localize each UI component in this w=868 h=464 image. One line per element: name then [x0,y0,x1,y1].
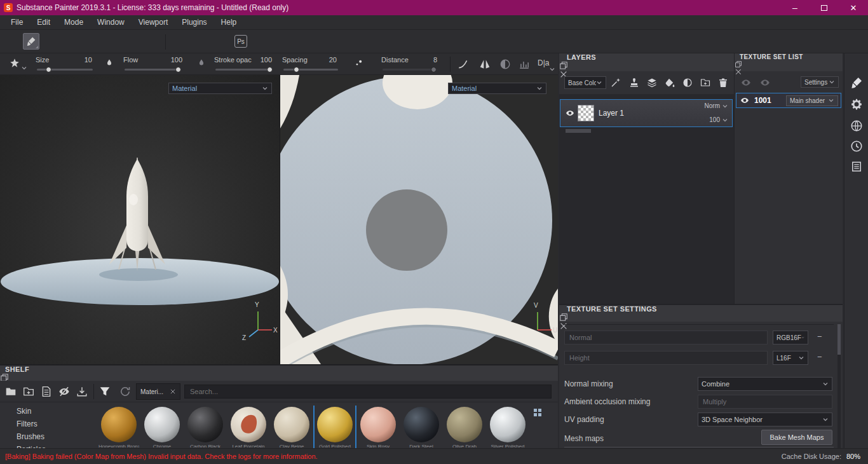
stencil-caret-icon[interactable] [21,65,27,71]
dock-brush-properties-icon[interactable] [850,76,863,89]
dock-display-settings-icon[interactable] [850,119,863,132]
layer-row[interactable]: Layer 1 Norm 100 [560,99,733,127]
settings-scrollbar-thumb[interactable] [837,324,841,355]
spacing-value[interactable]: 20 [308,56,337,64]
blend-mode-dropdown[interactable]: Norm [705,102,728,109]
settings-scrollbar-track[interactable] [837,324,841,448]
spacing-slider[interactable] [283,69,338,71]
add-mask-icon[interactable] [629,78,639,88]
stroke-opacity-slider-knob[interactable] [267,67,273,72]
size-slider-knob[interactable] [46,67,51,72]
dla-caret-icon[interactable] [549,66,555,72]
add-effect-icon[interactable] [611,78,621,88]
material-thumb[interactable]: Chrome [142,406,182,450]
layer-thumbnail[interactable] [578,105,594,121]
import-resources-icon[interactable] [76,386,88,397]
grid-view-icon[interactable] [532,407,543,418]
menu-window[interactable]: Window [90,15,132,30]
menu-file[interactable]: File [4,15,30,30]
menu-viewport[interactable]: Viewport [132,15,175,30]
minimize-button[interactable]: – [780,0,810,15]
add-layer-icon[interactable] [682,78,693,88]
material-thumb[interactable]: Gold Polished [315,406,355,450]
menu-plugins[interactable]: Plugins [175,15,214,30]
close-panel-icon[interactable] [735,68,742,76]
flow-value[interactable]: 100 [154,56,182,64]
photoshop-export-button[interactable]: Ps [234,35,247,48]
bake-mesh-maps-button[interactable]: Bake Mesh Maps [761,430,832,445]
shader-button[interactable]: Main shader [786,95,838,106]
add-group-icon[interactable] [700,78,710,88]
texture-set-visibility-icon[interactable] [740,96,749,105]
search-input[interactable] [184,385,552,399]
menu-mode[interactable]: Mode [57,15,90,30]
channel-normal-remove-button[interactable]: − [817,332,822,341]
radial-symmetry-button[interactable] [499,58,511,70]
menu-edit[interactable]: Edit [30,15,57,30]
refresh-icon[interactable] [119,386,131,397]
shelf-category-brushes[interactable]: Brushes [0,430,95,443]
layer-name[interactable]: Layer 1 [599,109,624,118]
visibility-all-icon[interactable] [741,78,751,88]
texture-set-row[interactable]: 1001 Main shader [736,93,841,108]
layer-opacity-dropdown[interactable]: 100 [709,116,728,123]
material-thumb[interactable]: Dark Steel [401,406,442,450]
histogram-button[interactable] [519,58,530,70]
channel-height-format-dropdown[interactable]: L16F [773,351,808,365]
material-thumb[interactable]: Carbon Black [185,406,226,450]
documents-icon[interactable] [41,386,52,397]
viewport-3d[interactable]: Y X Z Material [0,75,280,364]
close-panel-icon[interactable] [559,322,568,331]
shelf-category-filters[interactable]: Filters [0,418,95,430]
add-smart-material-icon[interactable] [647,78,657,88]
stencil-button[interactable] [9,58,20,69]
stroke-opacity-value[interactable]: 100 [243,56,272,64]
dock-settings-icon[interactable] [850,98,863,111]
material-thumb[interactable]: Olive Drab [444,406,485,450]
float-panel-icon[interactable] [559,61,568,70]
dock-history-icon[interactable] [850,140,863,153]
material-thumb[interactable]: Skin Rosy [358,406,398,450]
channel-dropdown[interactable]: Base Colo [564,76,606,89]
float-panel-icon[interactable] [735,60,742,68]
viewport-2d[interactable]: V U Material [280,75,558,364]
flow-slider[interactable] [125,69,180,71]
float-panel-icon[interactable] [559,313,568,322]
shelf-category-skin[interactable]: Skin [0,405,95,418]
open-folder-icon[interactable] [5,386,17,397]
tab-close-icon[interactable] [170,388,176,395]
dock-log-icon[interactable] [850,160,863,173]
spacing-slider-knob[interactable] [294,67,299,72]
size-value[interactable]: 10 [64,56,92,64]
add-fill-layer-icon[interactable] [665,78,675,88]
shelf-filter-tab[interactable]: Materi... [136,383,180,400]
uv-padding-dropdown[interactable]: 3D Space Neighbor [698,413,832,426]
hide-resources-icon[interactable] [58,386,70,397]
material-mode-dropdown-2d[interactable]: Material [448,83,546,94]
paint-tool-button[interactable] [23,33,39,50]
falloff-button[interactable] [458,58,469,70]
chevron-down-icon [798,355,804,361]
mirror-symmetry-button[interactable] [479,58,491,70]
new-folder-icon[interactable] [23,386,34,397]
channel-height-remove-button[interactable]: − [817,352,822,362]
filter-icon[interactable] [99,386,111,397]
channel-normal-format-dropdown[interactable]: RGB16F [773,331,808,345]
settings-dropdown[interactable]: Settings [801,76,839,88]
material-thumb[interactable]: Clay Beige [271,406,312,450]
dla-toggle-button[interactable]: D|a [538,58,549,67]
normal-mixing-dropdown[interactable]: Combine [698,377,832,391]
size-slider[interactable] [37,69,93,71]
visibility-solo-icon[interactable] [760,78,770,88]
maximize-button[interactable] [810,0,839,15]
menu-help[interactable]: Help [214,15,244,30]
stroke-opacity-slider[interactable] [215,69,271,71]
material-thumb[interactable]: Honeycomb Bronze [98,406,139,450]
close-button[interactable]: ✕ [839,0,868,15]
layer-visibility-icon[interactable] [566,109,574,118]
material-thumb[interactable]: Leaf Porcelain [228,406,269,450]
flow-slider-knob[interactable] [175,67,181,72]
material-thumb[interactable]: Silver Polished [487,406,528,450]
delete-layer-icon[interactable] [718,78,728,88]
material-mode-dropdown-3d[interactable]: Material [168,83,272,94]
